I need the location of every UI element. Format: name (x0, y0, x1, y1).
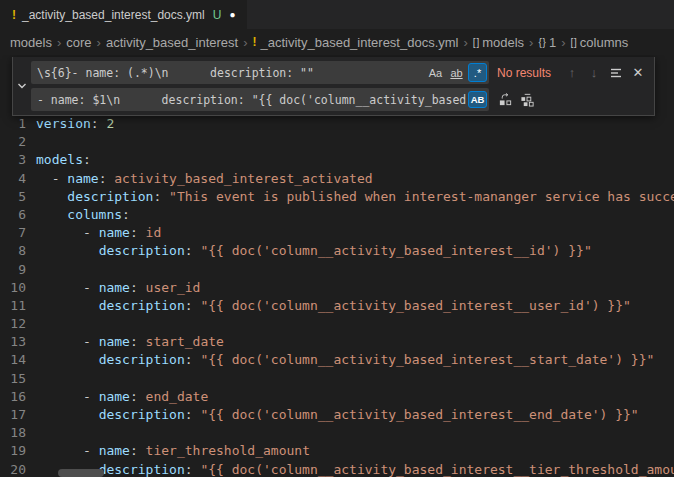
yaml-warning-icon: ! (12, 8, 16, 22)
code-line-14[interactable]: 14 description: "{{ doc('column__activit… (0, 351, 674, 369)
code-line-7[interactable]: 7 - name: id (0, 224, 674, 242)
line-number: 18 (0, 424, 26, 442)
line-content: - name: end_date (36, 388, 208, 406)
find-query: \s{6}- name: (.*)\n description: "" (37, 66, 424, 80)
line-number: 14 (0, 351, 26, 369)
breadcrumb-item-models[interactable]: [ ]models (473, 35, 524, 50)
breadcrumb: models›core›activity_based_interest›!_ac… (0, 29, 674, 55)
line-number: 8 (0, 242, 26, 260)
line-number: 16 (0, 388, 26, 406)
find-in-selection-button[interactable] (606, 63, 626, 83)
line-number: 5 (0, 188, 26, 206)
code-line-5[interactable]: 5 description: "This event is published … (0, 188, 674, 206)
git-status-badge: U (213, 8, 222, 22)
code-line-6[interactable]: 6 columns: (0, 206, 674, 224)
line-number: 17 (0, 406, 26, 424)
line-number: 4 (0, 170, 26, 188)
line-content: columns: (36, 206, 130, 224)
line-number: 3 (0, 151, 26, 169)
line-content: version: 2 (36, 115, 114, 133)
line-number: 12 (0, 315, 26, 333)
previous-match-button[interactable]: ↑ (562, 63, 582, 83)
symbol-object-icon: { } (538, 37, 544, 48)
line-number: 15 (0, 370, 26, 388)
line-number: 1 (0, 115, 26, 133)
code-line-17[interactable]: 17 description: "{{ doc('column__activit… (0, 406, 674, 424)
line-content: description: "{{ doc('column__activity_b… (36, 297, 631, 315)
toggle-replace-button[interactable] (13, 57, 31, 115)
next-match-button[interactable]: ↓ (584, 63, 604, 83)
replace-row: - name: $1\n description: "{{ doc('colum… (31, 87, 650, 112)
code-line-19[interactable]: 19 - name: tier_threshold_amount (0, 442, 674, 460)
editor[interactable]: 1version: 223models:4 - name: activity_b… (0, 55, 674, 477)
line-content: description: "{{ doc('column__activity_b… (36, 351, 654, 369)
warning-icon: ! (253, 35, 257, 49)
replace-value: - name: $1\n description: "{{ doc('colum… (37, 93, 466, 107)
code-line-9[interactable]: 9 (0, 261, 674, 279)
line-number: 19 (0, 442, 26, 460)
code-line-1[interactable]: 1version: 2 (0, 115, 674, 133)
breadcrumb-label: columns (580, 35, 628, 50)
code-line-13[interactable]: 13 - name: start_date (0, 333, 674, 351)
breadcrumb-item-1[interactable]: { }1 (538, 35, 556, 50)
replace-input[interactable]: - name: $1\n description: "{{ doc('colum… (31, 88, 489, 111)
code-line-15[interactable]: 15 (0, 370, 674, 388)
regex-button[interactable]: .* (468, 63, 487, 82)
replace-all-button[interactable] (517, 90, 537, 110)
line-content: description: "{{ doc('column__activity_b… (36, 242, 592, 260)
breadcrumb-separator: › (243, 35, 247, 50)
breadcrumb-label: models (10, 35, 52, 50)
whole-word-button[interactable]: ab (447, 63, 466, 82)
code-line-11[interactable]: 11 description: "{{ doc('column__activit… (0, 297, 674, 315)
find-widget: \s{6}- name: (.*)\n description: "" Aa a… (12, 57, 655, 116)
symbol-array-icon: [ ] (571, 37, 576, 48)
breadcrumb-separator: › (57, 35, 61, 50)
breadcrumb-separator: › (464, 35, 468, 50)
breadcrumb-item-activity_based_interest[interactable]: activity_based_interest (106, 35, 238, 50)
breadcrumb-item-_activity_based_interest_docs.yml[interactable]: !_activity_based_interest_docs.yml (253, 35, 459, 50)
find-input[interactable]: \s{6}- name: (.*)\n description: "" Aa a… (31, 61, 489, 84)
line-content: - name: start_date (36, 333, 224, 351)
breadcrumb-separator: › (561, 35, 565, 50)
preserve-case-button[interactable]: AB (468, 91, 487, 108)
breadcrumb-label: activity_based_interest (106, 35, 238, 50)
breadcrumb-item-core[interactable]: core (66, 35, 91, 50)
breadcrumb-item-models[interactable]: models (10, 35, 52, 50)
dirty-indicator[interactable]: ● (229, 9, 235, 20)
code-line-12[interactable]: 12 (0, 315, 674, 333)
line-content: - name: id (36, 224, 161, 242)
close-button[interactable]: ✕ (628, 63, 648, 83)
breadcrumb-separator: › (97, 35, 101, 50)
line-number: 9 (0, 261, 26, 279)
code-lines: 1version: 223models:4 - name: activity_b… (0, 55, 674, 477)
selection-lines-icon (609, 66, 623, 80)
tab-bar: ! _activity_based_interest_docs.yml U ● (0, 0, 674, 29)
replace-actions (493, 90, 537, 110)
find-actions: ↑ ↓ ✕ (560, 63, 650, 83)
line-number: 10 (0, 279, 26, 297)
tab-activity-based-interest-docs[interactable]: ! _activity_based_interest_docs.yml U ● (0, 0, 248, 29)
code-line-2[interactable]: 2 (0, 133, 674, 151)
code-line-3[interactable]: 3models: (0, 151, 674, 169)
chevron-down-icon (15, 79, 29, 93)
line-content: models: (36, 151, 91, 169)
breadcrumb-item-columns[interactable]: [ ]columns (571, 35, 629, 50)
tab-title: _activity_based_interest_docs.yml (22, 8, 205, 22)
find-row: \s{6}- name: (.*)\n description: "" Aa a… (31, 60, 650, 85)
breadcrumb-label: core (66, 35, 91, 50)
line-content: description: "{{ doc('column__activity_b… (36, 406, 639, 424)
code-line-18[interactable]: 18 (0, 424, 674, 442)
replace-button[interactable] (495, 90, 515, 110)
line-number: 13 (0, 333, 26, 351)
code-line-8[interactable]: 8 description: "{{ doc('column__activity… (0, 242, 674, 260)
code-line-16[interactable]: 16 - name: end_date (0, 388, 674, 406)
match-case-button[interactable]: Aa (426, 63, 445, 82)
replace-all-icon (520, 92, 535, 107)
code-line-10[interactable]: 10 - name: user_id (0, 279, 674, 297)
line-number: 11 (0, 297, 26, 315)
find-results-message: No results (497, 66, 551, 80)
replace-icon (498, 92, 513, 107)
code-line-4[interactable]: 4 - name: activity_based_interest_activa… (0, 170, 674, 188)
symbol-array-icon: [ ] (473, 37, 478, 48)
horizontal-scrollbar-thumb[interactable] (58, 469, 104, 477)
